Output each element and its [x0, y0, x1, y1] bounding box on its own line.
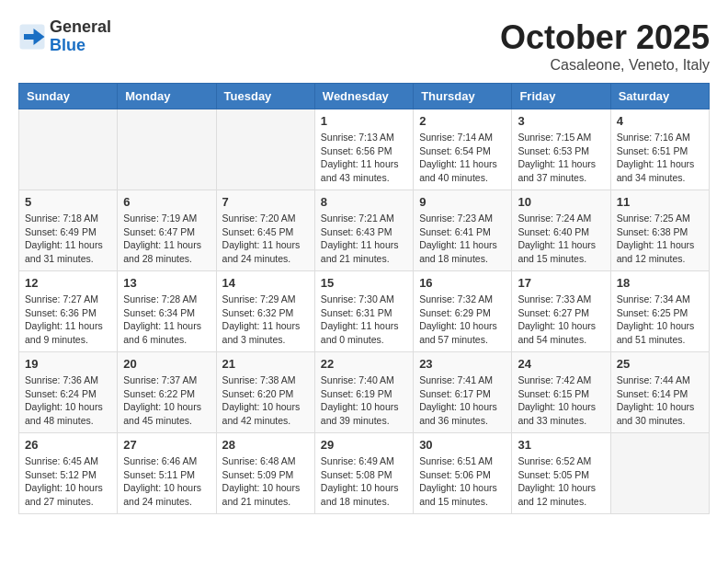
calendar-cell: 7Sunrise: 7:20 AM Sunset: 6:45 PM Daylig…: [216, 190, 314, 271]
calendar-week-1: 1Sunrise: 7:13 AM Sunset: 6:56 PM Daylig…: [19, 109, 710, 190]
calendar-cell: 6Sunrise: 7:19 AM Sunset: 6:47 PM Daylig…: [118, 190, 216, 271]
day-number: 21: [222, 357, 309, 371]
day-info: Sunrise: 7:14 AM Sunset: 6:54 PM Dayligh…: [419, 131, 506, 185]
calendar-cell: 24Sunrise: 7:42 AM Sunset: 6:15 PM Dayli…: [512, 352, 610, 433]
day-number: 31: [518, 438, 604, 452]
day-info: Sunrise: 7:16 AM Sunset: 6:51 PM Dayligh…: [617, 131, 703, 185]
day-number: 8: [321, 195, 407, 209]
day-info: Sunrise: 7:27 AM Sunset: 6:36 PM Dayligh…: [25, 293, 111, 347]
calendar-cell: 26Sunrise: 6:45 AM Sunset: 5:12 PM Dayli…: [19, 433, 118, 514]
day-number: 30: [419, 438, 506, 452]
calendar-cell: 1Sunrise: 7:13 AM Sunset: 6:56 PM Daylig…: [314, 109, 413, 190]
calendar-cell: 19Sunrise: 7:36 AM Sunset: 6:24 PM Dayli…: [19, 352, 118, 433]
calendar-cell: 23Sunrise: 7:41 AM Sunset: 6:17 PM Dayli…: [414, 352, 512, 433]
weekday-header-wednesday: Wednesday: [314, 84, 413, 109]
day-number: 26: [25, 438, 111, 452]
day-number: 24: [518, 357, 604, 371]
day-info: Sunrise: 7:40 AM Sunset: 6:19 PM Dayligh…: [321, 373, 407, 428]
day-number: 29: [321, 438, 407, 452]
day-info: Sunrise: 7:18 AM Sunset: 6:49 PM Dayligh…: [25, 212, 111, 266]
logo-blue: Blue: [50, 37, 111, 55]
day-info: Sunrise: 7:15 AM Sunset: 6:53 PM Dayligh…: [518, 131, 604, 185]
logo-text: General Blue: [50, 18, 111, 55]
calendar-cell: 12Sunrise: 7:27 AM Sunset: 6:36 PM Dayli…: [19, 271, 118, 352]
day-info: Sunrise: 7:21 AM Sunset: 6:43 PM Dayligh…: [321, 212, 407, 266]
weekday-header-tuesday: Tuesday: [216, 84, 314, 109]
page-header: General Blue October 2025 Casaleone, Ven…: [18, 18, 710, 74]
day-number: 22: [321, 357, 407, 371]
weekday-header-sunday: Sunday: [19, 84, 118, 109]
logo: General Blue: [18, 18, 111, 55]
day-info: Sunrise: 6:45 AM Sunset: 5:12 PM Dayligh…: [25, 454, 111, 509]
day-number: 12: [25, 276, 111, 290]
day-info: Sunrise: 7:42 AM Sunset: 6:15 PM Dayligh…: [518, 373, 604, 428]
calendar-cell: 10Sunrise: 7:24 AM Sunset: 6:40 PM Dayli…: [512, 190, 610, 271]
month-title: October 2025: [500, 18, 710, 57]
calendar-cell: [610, 433, 709, 514]
logo-general: General: [50, 18, 111, 37]
calendar-cell: 20Sunrise: 7:37 AM Sunset: 6:22 PM Dayli…: [118, 352, 216, 433]
calendar-cell: [19, 109, 118, 190]
day-info: Sunrise: 7:32 AM Sunset: 6:29 PM Dayligh…: [419, 293, 506, 347]
calendar-cell: 30Sunrise: 6:51 AM Sunset: 5:06 PM Dayli…: [414, 433, 512, 514]
day-number: 20: [123, 357, 210, 371]
day-info: Sunrise: 7:33 AM Sunset: 6:27 PM Dayligh…: [518, 293, 604, 347]
day-info: Sunrise: 7:25 AM Sunset: 6:38 PM Dayligh…: [617, 212, 703, 266]
weekday-header-thursday: Thursday: [414, 84, 512, 109]
day-info: Sunrise: 7:44 AM Sunset: 6:14 PM Dayligh…: [617, 373, 703, 428]
day-info: Sunrise: 6:52 AM Sunset: 5:05 PM Dayligh…: [518, 454, 604, 509]
location: Casaleone, Veneto, Italy: [500, 57, 710, 74]
calendar-cell: 16Sunrise: 7:32 AM Sunset: 6:29 PM Dayli…: [414, 271, 512, 352]
calendar-cell: 25Sunrise: 7:44 AM Sunset: 6:14 PM Dayli…: [610, 352, 709, 433]
calendar-week-2: 5Sunrise: 7:18 AM Sunset: 6:49 PM Daylig…: [19, 190, 710, 271]
day-number: 11: [617, 195, 703, 209]
day-number: 28: [222, 438, 309, 452]
day-number: 13: [123, 276, 210, 290]
calendar-cell: 5Sunrise: 7:18 AM Sunset: 6:49 PM Daylig…: [19, 190, 118, 271]
day-info: Sunrise: 7:13 AM Sunset: 6:56 PM Dayligh…: [321, 131, 407, 185]
day-number: 10: [518, 195, 604, 209]
calendar-cell: 18Sunrise: 7:34 AM Sunset: 6:25 PM Dayli…: [610, 271, 709, 352]
calendar-cell: 27Sunrise: 6:46 AM Sunset: 5:11 PM Dayli…: [118, 433, 216, 514]
calendar-cell: 11Sunrise: 7:25 AM Sunset: 6:38 PM Dayli…: [610, 190, 709, 271]
day-number: 14: [222, 276, 309, 290]
day-info: Sunrise: 7:28 AM Sunset: 6:34 PM Dayligh…: [123, 293, 210, 347]
day-info: Sunrise: 7:30 AM Sunset: 6:31 PM Dayligh…: [321, 293, 407, 347]
calendar-cell: 15Sunrise: 7:30 AM Sunset: 6:31 PM Dayli…: [314, 271, 413, 352]
day-number: 25: [617, 357, 703, 371]
day-info: Sunrise: 7:20 AM Sunset: 6:45 PM Dayligh…: [222, 212, 309, 266]
day-number: 27: [123, 438, 210, 452]
calendar-cell: [118, 109, 216, 190]
title-block: October 2025 Casaleone, Veneto, Italy: [500, 18, 710, 74]
day-info: Sunrise: 7:24 AM Sunset: 6:40 PM Dayligh…: [518, 212, 604, 266]
day-number: 19: [25, 357, 111, 371]
day-number: 1: [321, 114, 407, 128]
calendar-cell: 9Sunrise: 7:23 AM Sunset: 6:41 PM Daylig…: [414, 190, 512, 271]
calendar-cell: 28Sunrise: 6:48 AM Sunset: 5:09 PM Dayli…: [216, 433, 314, 514]
calendar-cell: [216, 109, 314, 190]
calendar-table: SundayMondayTuesdayWednesdayThursdayFrid…: [18, 83, 710, 514]
day-info: Sunrise: 6:51 AM Sunset: 5:06 PM Dayligh…: [419, 454, 506, 509]
day-info: Sunrise: 7:36 AM Sunset: 6:24 PM Dayligh…: [25, 373, 111, 428]
day-number: 18: [617, 276, 703, 290]
day-info: Sunrise: 7:34 AM Sunset: 6:25 PM Dayligh…: [617, 293, 703, 347]
weekday-header-monday: Monday: [118, 84, 216, 109]
calendar-cell: 21Sunrise: 7:38 AM Sunset: 6:20 PM Dayli…: [216, 352, 314, 433]
day-info: Sunrise: 7:23 AM Sunset: 6:41 PM Dayligh…: [419, 212, 506, 266]
calendar-cell: 2Sunrise: 7:14 AM Sunset: 6:54 PM Daylig…: [414, 109, 512, 190]
calendar-cell: 3Sunrise: 7:15 AM Sunset: 6:53 PM Daylig…: [512, 109, 610, 190]
day-number: 5: [25, 195, 111, 209]
calendar-week-3: 12Sunrise: 7:27 AM Sunset: 6:36 PM Dayli…: [19, 271, 710, 352]
calendar-cell: 17Sunrise: 7:33 AM Sunset: 6:27 PM Dayli…: [512, 271, 610, 352]
day-info: Sunrise: 7:41 AM Sunset: 6:17 PM Dayligh…: [419, 373, 506, 428]
day-number: 15: [321, 276, 407, 290]
calendar-cell: 29Sunrise: 6:49 AM Sunset: 5:08 PM Dayli…: [314, 433, 413, 514]
weekday-header-row: SundayMondayTuesdayWednesdayThursdayFrid…: [19, 84, 710, 109]
day-number: 23: [419, 357, 506, 371]
day-number: 2: [419, 114, 506, 128]
calendar-week-4: 19Sunrise: 7:36 AM Sunset: 6:24 PM Dayli…: [19, 352, 710, 433]
day-number: 4: [617, 114, 703, 128]
day-number: 16: [419, 276, 506, 290]
day-number: 6: [123, 195, 210, 209]
calendar-cell: 14Sunrise: 7:29 AM Sunset: 6:32 PM Dayli…: [216, 271, 314, 352]
